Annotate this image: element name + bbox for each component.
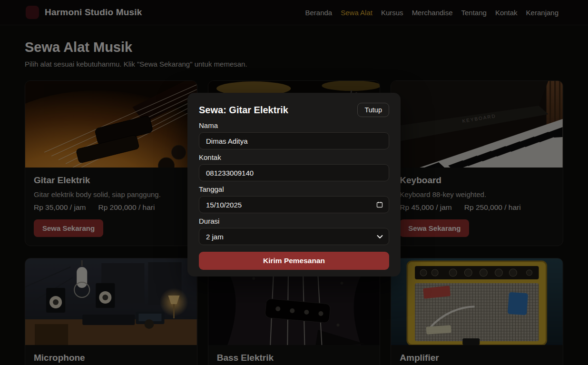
- date-value: 15/10/2025: [206, 201, 242, 209]
- close-button[interactable]: Tutup: [357, 103, 389, 117]
- contact-input[interactable]: [199, 164, 389, 181]
- calendar-icon[interactable]: [376, 201, 383, 208]
- name-label: Nama: [199, 121, 389, 129]
- page: Harmoni Studio Musik Beranda Sewa Alat K…: [0, 0, 588, 365]
- date-input[interactable]: 15/10/2025: [199, 196, 389, 213]
- duration-select[interactable]: 2 jam: [199, 228, 389, 245]
- modal-title: Sewa: Gitar Elektrik: [199, 105, 288, 116]
- submit-order-button[interactable]: Kirim Pemesanan: [199, 252, 389, 270]
- rental-modal: Sewa: Gitar Elektrik Tutup Nama Kontak T…: [187, 93, 401, 276]
- name-input[interactable]: [199, 132, 389, 149]
- modal-header: Sewa: Gitar Elektrik Tutup: [199, 102, 389, 118]
- contact-label: Kontak: [199, 153, 389, 161]
- chevron-down-icon: [377, 235, 383, 239]
- duration-value: 2 jam: [206, 233, 224, 241]
- date-label: Tanggal: [199, 185, 389, 193]
- duration-label: Durasi: [199, 217, 389, 225]
